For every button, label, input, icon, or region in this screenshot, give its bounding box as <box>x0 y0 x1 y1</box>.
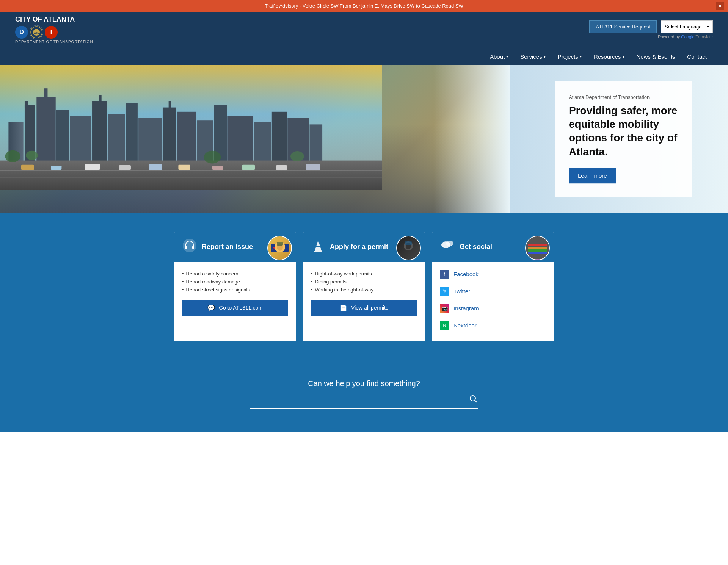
nav-projects[interactable]: Projects ▾ <box>552 48 588 65</box>
nav-services[interactable]: Services ▾ <box>514 48 552 65</box>
svg-rect-32 <box>85 164 100 170</box>
facebook-link[interactable]: f Facebook <box>440 266 546 283</box>
instagram-icon: 📷 <box>440 304 449 313</box>
svg-rect-13 <box>99 95 102 102</box>
hero-fade-overlay <box>434 65 510 213</box>
cone-icon <box>311 238 325 256</box>
svg-rect-38 <box>276 165 287 170</box>
svg-rect-28 <box>0 170 382 171</box>
nav-resources[interactable]: Resources ▾ <box>588 48 631 65</box>
nav-contact[interactable]: Contact <box>681 48 713 65</box>
document-icon: 📄 <box>340 304 347 311</box>
svg-rect-46 <box>192 246 194 249</box>
alert-text: Traffic Advisory - Veltre Circle SW From… <box>265 3 463 9</box>
svg-text:ATL: ATL <box>34 31 39 34</box>
list-item: Working in the right-of-way <box>311 286 417 294</box>
go-to-atl311-button[interactable]: 💬 Go to ATL311.com <box>182 300 288 316</box>
card-footer-permit: 📄 View all permits <box>303 294 425 324</box>
card-header-social: Get social <box>432 232 554 262</box>
instagram-link[interactable]: 📷 Instagram <box>440 300 546 317</box>
headphone-icon <box>182 238 197 256</box>
svg-point-43 <box>290 151 304 161</box>
list-item: Right-of-way work permits <box>311 270 417 278</box>
language-select[interactable]: Select Language Spanish French Chinese <box>661 20 713 33</box>
atl311-button[interactable]: ATL311 Service Request <box>589 20 657 33</box>
svg-rect-34 <box>149 164 162 170</box>
hero-subtitle: Atlanta Department of Transportation <box>569 94 678 100</box>
view-all-permits-button[interactable]: 📄 View all permits <box>311 300 417 316</box>
language-selector-wrapper[interactable]: Select Language Spanish French Chinese <box>661 20 713 33</box>
hero-section: Atlanta Department of Transportation Pro… <box>0 65 728 213</box>
card-footer-report: 💬 Go to ATL311.com <box>174 294 296 324</box>
social-links-list: f Facebook 𝕏 Twitter 📷 Instagram N Nextd… <box>432 262 554 341</box>
svg-rect-33 <box>119 165 131 170</box>
list-item: Dining permits <box>311 278 417 286</box>
dept-name: DEPARTMENT OF TRANSPORTATION <box>15 40 93 44</box>
svg-rect-37 <box>242 164 255 169</box>
search-bar <box>250 394 478 409</box>
card-title-permit: Apply for a permit <box>330 243 388 251</box>
svg-rect-63 <box>528 252 547 254</box>
card-title-report: Report an issue <box>202 243 253 251</box>
svg-rect-60 <box>528 244 547 246</box>
nextdoor-link[interactable]: N Nextdoor <box>440 317 546 334</box>
svg-point-42 <box>204 150 221 163</box>
powered-by-label: Powered by Google Translate <box>658 34 713 39</box>
twitter-link[interactable]: 𝕏 Twitter <box>440 283 546 300</box>
header-right: ATL311 Service Request Select Language S… <box>589 20 713 39</box>
svg-rect-56 <box>405 241 412 245</box>
chat-icon: 💬 <box>207 304 215 311</box>
svg-rect-27 <box>0 160 382 190</box>
svg-line-65 <box>475 400 477 402</box>
report-issue-card: Report an issue ATL 311 <box>174 232 296 341</box>
svg-rect-45 <box>185 246 187 249</box>
svg-rect-31 <box>51 166 61 170</box>
chevron-down-icon: ▾ <box>623 55 624 59</box>
twitter-icon: 𝕏 <box>440 287 449 296</box>
alert-bar: Traffic Advisory - Veltre Circle SW From… <box>0 0 728 12</box>
card-thumb-social <box>525 236 550 260</box>
card-thumb-report: ATL 311 <box>267 236 292 260</box>
card-header-report: Report an issue ATL 311 <box>174 232 296 262</box>
svg-rect-51 <box>314 251 322 252</box>
card-body-report: Report a safety concern Report roadway d… <box>174 262 296 294</box>
nav-news-events[interactable]: News & Events <box>631 48 681 65</box>
list-item: Report roadway damage <box>182 278 288 286</box>
permit-list: Right-of-way work permits Dining permits… <box>311 270 417 294</box>
logo-seal: ATL <box>30 25 43 39</box>
search-container: Can we help you find something? <box>250 379 478 409</box>
card-body-permit: Right-of-way work permits Dining permits… <box>303 262 425 294</box>
chevron-down-icon: ▾ <box>580 55 582 59</box>
svg-point-64 <box>470 396 475 401</box>
search-label: Can we help you find something? <box>250 379 478 388</box>
card-title-social: Get social <box>460 243 492 251</box>
svg-point-40 <box>5 150 20 162</box>
card-header-permit: Apply for a permit <box>303 232 425 262</box>
search-input[interactable] <box>250 396 469 403</box>
logo-icons: D ATL T <box>15 25 93 39</box>
hero-image <box>0 65 510 213</box>
list-item: Report a safety concern <box>182 270 288 278</box>
report-issue-list: Report a safety concern Report roadway d… <box>182 270 288 294</box>
svg-point-58 <box>446 241 453 246</box>
alert-close-button[interactable]: × <box>716 2 724 10</box>
get-social-card: Get social f Facebook <box>432 232 554 341</box>
header: CITY OF ATLANTA D ATL T DEPARTMENT OF TR… <box>0 12 728 48</box>
hero-content-panel: Atlanta Department of Transportation Pro… <box>555 81 692 197</box>
learn-more-button[interactable]: Learn more <box>569 168 616 183</box>
svg-rect-61 <box>528 247 547 249</box>
cards-section: Report an issue ATL 311 <box>0 213 728 364</box>
logo-block: CITY OF ATLANTA D ATL T DEPARTMENT OF TR… <box>15 16 93 44</box>
nextdoor-icon: N <box>440 321 449 330</box>
svg-rect-39 <box>306 164 320 170</box>
list-item: Report street signs or signals <box>182 286 288 294</box>
svg-rect-7 <box>25 101 28 107</box>
chevron-down-icon: ▾ <box>544 55 546 59</box>
nav-about[interactable]: About ▾ <box>484 48 514 65</box>
svg-rect-29 <box>0 177 382 178</box>
svg-rect-30 <box>21 164 34 169</box>
main-nav: About ▾ Services ▾ Projects ▾ Resources … <box>0 48 728 65</box>
svg-rect-36 <box>212 166 223 170</box>
svg-point-41 <box>26 150 38 160</box>
search-button[interactable] <box>469 394 478 405</box>
